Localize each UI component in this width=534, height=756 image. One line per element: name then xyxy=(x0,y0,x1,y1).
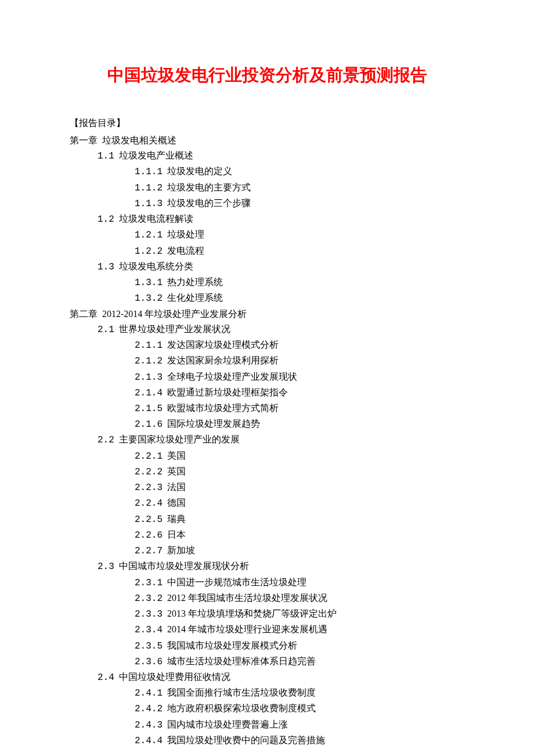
toc-entry-text: 我国城市垃圾处理发展模式分析 xyxy=(167,640,297,650)
toc-entry-number: 2.4.3 xyxy=(135,720,163,730)
toc-entry-text: 2012-2014 年垃圾处理产业发展分析 xyxy=(102,309,247,319)
toc-entry-number: 1.1 xyxy=(98,151,114,161)
toc-entry-text: 城市生活垃圾处理标准体系日趋完善 xyxy=(167,656,316,666)
toc-entry: 2.1.1 发达国家垃圾处理模式分析 xyxy=(135,337,464,353)
toc-entry: 2.3.6 城市生活垃圾处理标准体系日趋完善 xyxy=(135,654,464,669)
toc-entry: 2.2.5 瑞典 xyxy=(135,512,464,527)
toc-entry-number: 2.3 xyxy=(98,561,114,572)
toc-entry-text: 2013 年垃圾填埋场和焚烧厂等级评定出炉 xyxy=(167,609,337,618)
toc-entry-text: 中国垃圾处理费用征收情况 xyxy=(119,672,230,682)
toc-entry: 2.1.3 全球电子垃圾处理产业发展现状 xyxy=(135,369,464,385)
toc-entry-text: 欧盟通过新垃圾处理框架指令 xyxy=(167,387,288,397)
toc-entry-text: 中国进一步规范城市生活垃圾处理 xyxy=(167,577,306,587)
toc-entry: 第一章 垃圾发电相关概述 xyxy=(70,133,464,148)
toc-entry-number: 2.2.1 xyxy=(135,451,163,462)
toc-entry-number: 2.4.2 xyxy=(135,704,163,714)
toc-entry-text: 世界垃圾处理产业发展状况 xyxy=(119,324,230,334)
toc-entry-text: 欧盟城市垃圾处理方式简析 xyxy=(167,403,279,413)
toc-entry-text: 中国城市垃圾处理发展现状分析 xyxy=(119,561,249,571)
toc-entry-number: 2.3.4 xyxy=(135,625,163,635)
toc-entry-number: 1.1.1 xyxy=(135,167,163,177)
toc-entry: 1.1 垃圾发电产业概述 xyxy=(98,148,464,164)
toc-entry-number: 2.2.5 xyxy=(135,514,163,525)
toc-entry-number: 2.2 xyxy=(98,435,114,445)
document-title: 中国垃圾发电行业投资分析及前景预测报告 xyxy=(70,64,464,87)
toc-entry-number: 2.2.3 xyxy=(135,483,163,493)
toc-entry: 1.2.2 发电流程 xyxy=(135,243,464,259)
toc-entry-text: 发达国家厨余垃圾利用探析 xyxy=(167,355,279,365)
toc-entry-text: 垃圾发电的主要方式 xyxy=(167,182,251,192)
toc-entry-text: 德国 xyxy=(167,498,186,507)
document-page: 中国垃圾发电行业投资分析及前景预测报告 【报告目录】 第一章 垃圾发电相关概述1… xyxy=(0,0,534,756)
toc-entry: 2.4.3 国内城市垃圾处理费普遍上涨 xyxy=(135,717,464,733)
toc-entry: 2.3.4 2014 年城市垃圾处理行业迎来发展机遇 xyxy=(135,622,464,638)
toc-entry: 2.4.2 地方政府积极探索垃圾收费制度模式 xyxy=(135,701,464,717)
toc-entry: 2.2 主要国家垃圾处理产业的发展 xyxy=(98,432,464,448)
toc-entry: 2.4.4 我国垃圾处理收费中的问题及完善措施 xyxy=(135,733,464,748)
toc-entry: 2.2.7 新加坡 xyxy=(135,543,464,559)
toc-entry-text: 全球电子垃圾处理产业发展现状 xyxy=(167,372,297,381)
toc-entry-number: 1.2 xyxy=(98,214,114,225)
toc-entry-number: 2.3.1 xyxy=(135,578,163,588)
toc-entry-text: 国内城市垃圾处理费普遍上涨 xyxy=(167,719,288,729)
toc-entry-number: 1.1.2 xyxy=(135,183,163,193)
toc-entry: 1.3.2 生化处理系统 xyxy=(135,290,464,306)
toc-entry: 2.1.5 欧盟城市垃圾处理方式简析 xyxy=(135,401,464,416)
toc-entry: 2.1.4 欧盟通过新垃圾处理框架指令 xyxy=(135,385,464,401)
toc-entry-number: 2.1.5 xyxy=(135,404,163,414)
toc-entry-number: 2.1.4 xyxy=(135,388,163,398)
toc-entry: 1.1.3 垃圾发电的三个步骤 xyxy=(135,196,464,211)
toc-entry-text: 垃圾发电的定义 xyxy=(167,166,232,176)
toc-entry: 1.1.2 垃圾发电的主要方式 xyxy=(135,180,464,196)
toc-entry-text: 瑞典 xyxy=(167,514,186,524)
toc-entry-text: 国际垃圾处理发展趋势 xyxy=(167,419,260,429)
toc-entry-number: 第二章 xyxy=(70,309,98,319)
toc-entry-text: 新加坡 xyxy=(167,545,195,555)
toc-entry: 2.1 世界垃圾处理产业发展状况 xyxy=(98,322,464,337)
toc-entry: 2.2.6 日本 xyxy=(135,527,464,543)
toc-entry-number: 2.4 xyxy=(98,672,114,683)
toc-entry-text: 垃圾处理 xyxy=(167,229,204,239)
toc-entry: 2.3.1 中国进一步规范城市生活垃圾处理 xyxy=(135,575,464,591)
toc-entry-number: 2.1.3 xyxy=(135,372,163,383)
toc-entry: 第二章 2012-2014 年垃圾处理产业发展分析 xyxy=(70,307,464,322)
toc-entry-text: 生化处理系统 xyxy=(167,293,223,303)
toc-entry-text: 垃圾发电的三个步骤 xyxy=(167,198,251,208)
toc-entry-number: 2.1.6 xyxy=(135,419,163,430)
toc-entry-number: 2.1.2 xyxy=(135,356,163,366)
toc-entry-number: 1.3.2 xyxy=(135,293,163,304)
toc-entry: 1.3 垃圾发电系统分类 xyxy=(98,259,464,275)
toc-entry-number: 2.1.1 xyxy=(135,340,163,351)
toc-entry-number: 1.2.2 xyxy=(135,246,163,257)
toc-entry-number: 2.4.4 xyxy=(135,736,163,746)
toc-entry-text: 发电流程 xyxy=(167,246,204,255)
toc-entry-text: 发达国家垃圾处理模式分析 xyxy=(167,340,279,350)
toc-entry-text: 主要国家垃圾处理产业的发展 xyxy=(119,434,240,444)
toc-entry-text: 我国垃圾处理收费中的问题及完善措施 xyxy=(167,735,325,745)
toc-entry-number: 2.2.7 xyxy=(135,546,163,556)
toc-entry-text: 垃圾发电产业概述 xyxy=(119,150,193,160)
toc-entry: 2.4 中国垃圾处理费用征收情况 xyxy=(98,669,464,685)
toc-entry: 2.3.5 我国城市垃圾处理发展模式分析 xyxy=(135,638,464,654)
toc-entry-text: 垃圾发电系统分类 xyxy=(119,261,193,271)
toc-entry-number: 2.3.2 xyxy=(135,593,163,604)
toc-entry-text: 美国 xyxy=(167,451,186,460)
toc-entry-number: 2.3.6 xyxy=(135,657,163,667)
toc-entry-number: 2.3.3 xyxy=(135,609,163,620)
toc-entry: 1.1.1 垃圾发电的定义 xyxy=(135,164,464,179)
toc-entry-text: 我国全面推行城市生活垃圾收费制度 xyxy=(167,687,316,697)
toc-entry-number: 1.2.1 xyxy=(135,230,163,240)
toc-entry-text: 2012 年我国城市生活垃圾处理发展状况 xyxy=(167,593,327,603)
toc-entry-text: 热力处理系统 xyxy=(167,277,223,287)
toc-entry-number: 2.1 xyxy=(98,325,114,335)
toc-entry-number: 2.4.1 xyxy=(135,688,163,699)
toc-entry-text: 英国 xyxy=(167,466,186,476)
toc-entry: 2.1.2 发达国家厨余垃圾利用探析 xyxy=(135,353,464,369)
toc-entry-number: 1.1.3 xyxy=(135,199,163,209)
toc-entry-text: 地方政府积极探索垃圾收费制度模式 xyxy=(167,703,316,713)
toc-entry-text: 2014 年城市垃圾处理行业迎来发展机遇 xyxy=(167,624,327,634)
toc-entry-number: 1.3.1 xyxy=(135,278,163,288)
toc-entry: 2.4.1 我国全面推行城市生活垃圾收费制度 xyxy=(135,685,464,701)
toc-entry-number: 第一章 xyxy=(70,135,98,145)
toc-entry-number: 2.2.6 xyxy=(135,530,163,541)
